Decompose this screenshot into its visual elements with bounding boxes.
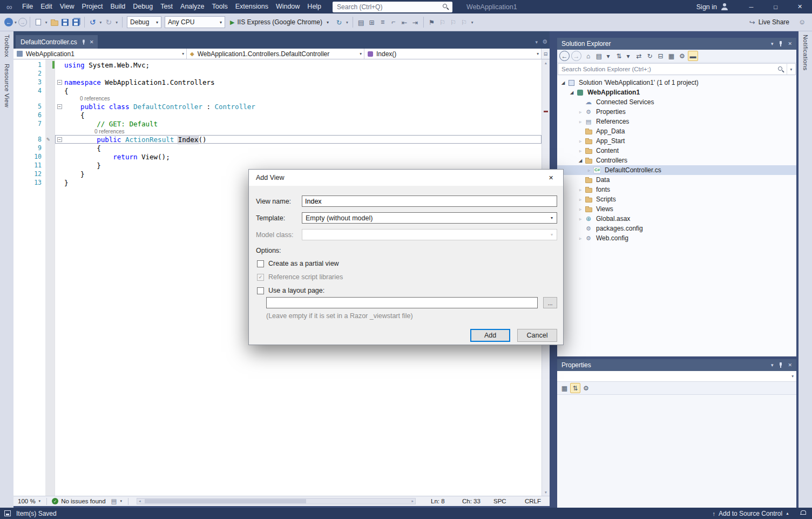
save-all-button[interactable] (71, 16, 82, 28)
glyph-margin-cell[interactable] (45, 102, 55, 111)
cancel-button[interactable]: Cancel (517, 329, 557, 342)
scroll-down-icon[interactable]: ▾ (542, 490, 550, 495)
show-all-files-icon[interactable]: ▦ (666, 51, 676, 61)
alphabetical-icon[interactable]: ⇅ (570, 383, 580, 393)
resource-view-tab[interactable]: Resource View (4, 64, 10, 107)
indent-decrease-icon[interactable]: ⇤ (399, 17, 410, 28)
next-bookmark-icon[interactable]: ⚐ (448, 17, 459, 28)
toggle-bookmark-icon[interactable]: ⚑ (427, 17, 437, 28)
menu-view[interactable]: View (56, 0, 78, 14)
tree-expander-collapsed[interactable]: ▹ (577, 236, 584, 241)
categorized-icon[interactable]: ▦ (559, 383, 570, 393)
tree-expander-collapsed[interactable]: ▹ (577, 207, 584, 212)
tree-item-app-start[interactable]: ▹App_Start (557, 136, 796, 146)
start-debugging-button[interactable]: ▶ IIS Express (Google Chrome) ▾ (227, 16, 334, 29)
auto-hide-pin-icon[interactable] (778, 362, 783, 368)
new-window-icon[interactable]: ⊞ (367, 17, 377, 28)
tree-item-web-config[interactable]: ▹⚙Web.config (557, 233, 796, 243)
tree-item-fonts[interactable]: ▹fonts (557, 185, 796, 194)
open-file-button[interactable] (49, 16, 60, 28)
tree-expander-collapsed[interactable]: ▹ (585, 168, 593, 173)
tree-item-references[interactable]: ▹▤References (557, 117, 796, 126)
document-tab[interactable]: DefaultController.cs ✕ (16, 35, 98, 49)
tree-item-controllers[interactable]: ◢Controllers (557, 156, 796, 165)
search-options-chevron-icon[interactable]: ▾ (787, 64, 795, 75)
tree-expander-expanded[interactable]: ◢ (568, 90, 576, 95)
notifications-button[interactable] (794, 510, 812, 517)
create-partial-view-option[interactable]: Create as a partial view (257, 259, 339, 268)
layout-page-input[interactable] (266, 297, 538, 308)
home-icon[interactable]: ⌂ (583, 51, 593, 61)
project-dropdown[interactable]: WebApplication1 ▾ (13, 49, 187, 59)
glyph-margin-cell[interactable] (45, 60, 55, 69)
glyph-margin-cell[interactable] (45, 170, 55, 178)
close-panel-icon[interactable]: ✕ (788, 362, 792, 368)
glyph-margin-cell[interactable] (45, 86, 55, 95)
close-panel-icon[interactable]: ✕ (788, 41, 792, 46)
preview-in-browser-icon[interactable]: ▤ (356, 17, 367, 28)
tree-item-properties[interactable]: ▹⚙Properties (557, 107, 796, 117)
tree-expander-expanded[interactable]: ◢ (559, 80, 567, 85)
new-project-dropdown[interactable]: ▾ (44, 20, 49, 25)
tree-expander-collapsed[interactable]: ▹ (577, 110, 584, 114)
solution-platforms-dropdown[interactable]: Any CPU ▾ (165, 16, 225, 28)
menu-project[interactable]: Project (78, 0, 107, 14)
browser-link-dropdown[interactable]: ▾ (344, 20, 350, 25)
tree-item-scripts[interactable]: ▹Scripts (557, 194, 796, 204)
tree-expander-collapsed[interactable]: ▹ (577, 119, 584, 124)
window-position-dropdown-icon[interactable]: ▾ (771, 41, 774, 46)
chevron-down-icon[interactable]: ▾ (623, 51, 633, 61)
view-name-input[interactable] (302, 196, 557, 207)
use-layout-page-option[interactable]: Use a layout page: (257, 286, 324, 295)
property-pages-icon[interactable]: ⚙ (581, 383, 591, 393)
menu-extensions[interactable]: Extensions (232, 0, 272, 14)
toolbar-overflow-button[interactable]: ▾ (470, 20, 475, 25)
menu-debug[interactable]: Debug (129, 0, 157, 14)
tree-expander-collapsed[interactable]: ▹ (577, 139, 584, 144)
add-to-source-control-button[interactable]: ↑ Add to Source Control ▲ (712, 510, 789, 517)
close-tab-icon[interactable]: ✕ (90, 39, 94, 45)
scroll-left-icon[interactable]: ◂ (139, 498, 141, 504)
glyph-margin-cell[interactable] (45, 128, 55, 135)
tree-item-app-data[interactable]: App_Data (557, 126, 796, 136)
tree-expander-collapsed[interactable]: ▹ (577, 149, 584, 153)
use-layout-page-checkbox[interactable] (257, 287, 264, 294)
collapse-all-icon[interactable]: ⊟ (655, 51, 666, 61)
redo-dropdown[interactable]: ▾ (114, 20, 119, 25)
tree-expander-collapsed[interactable]: ▹ (577, 217, 584, 221)
prev-bookmark-icon[interactable]: ⚐ (437, 17, 448, 28)
tree-item-defaultcontroller-cs[interactable]: ▹C#DefaultController.cs (557, 165, 796, 175)
codelens-references[interactable]: 0 references (55, 96, 110, 102)
glyph-margin-cell[interactable] (45, 178, 55, 187)
health-options-dropdown[interactable]: ▤ ▾ (108, 497, 125, 505)
scroll-right-icon[interactable]: ▸ (411, 498, 414, 504)
tree-item-data[interactable]: Data (557, 175, 796, 185)
tree-expander-expanded[interactable]: ◢ (577, 158, 584, 163)
refresh-icon[interactable]: ↻ (645, 51, 655, 61)
add-button[interactable]: Add (470, 329, 510, 342)
dialog-titlebar[interactable]: Add View ✕ (249, 170, 563, 186)
menu-test[interactable]: Test (157, 0, 177, 14)
pin-tab-icon[interactable] (81, 39, 85, 44)
zoom-dropdown[interactable]: 100 % ▾ (15, 498, 44, 504)
document-health-indicator[interactable]: ✓ No issues found (50, 498, 107, 504)
type-dropdown[interactable]: ◆ WebApplication1.Controllers.DefaultCon… (187, 49, 364, 59)
glyph-margin-cell[interactable] (45, 119, 55, 128)
column-indicator[interactable]: Ch: 33 (462, 498, 484, 504)
save-button[interactable] (60, 16, 71, 28)
live-share-button[interactable]: ↪ Live Share (749, 18, 789, 26)
task-list-icon[interactable]: ≡ (377, 17, 388, 28)
minimize-button[interactable]: ─ (739, 0, 763, 14)
solution-explorer-search[interactable]: ▾ (558, 63, 796, 75)
undo-button[interactable]: ↺ (87, 16, 98, 28)
navigate-backward-dropdown[interactable]: ▾ (13, 20, 18, 25)
glyph-margin-cell[interactable] (45, 69, 55, 78)
tree-item-global-asax[interactable]: ▹⊕Global.asax (557, 214, 796, 224)
split-window-button[interactable]: ⊟ (542, 49, 550, 59)
properties-titlebar[interactable]: Properties ▾ ✕ (557, 359, 796, 371)
fold-toggle-icon[interactable]: − (57, 104, 62, 109)
codelens-references[interactable]: 0 references (55, 129, 125, 134)
glyph-margin-cell[interactable] (45, 95, 55, 102)
tab-options-gear-icon[interactable]: ⚙ (542, 38, 547, 45)
properties-icon[interactable]: ⚙ (677, 51, 687, 61)
